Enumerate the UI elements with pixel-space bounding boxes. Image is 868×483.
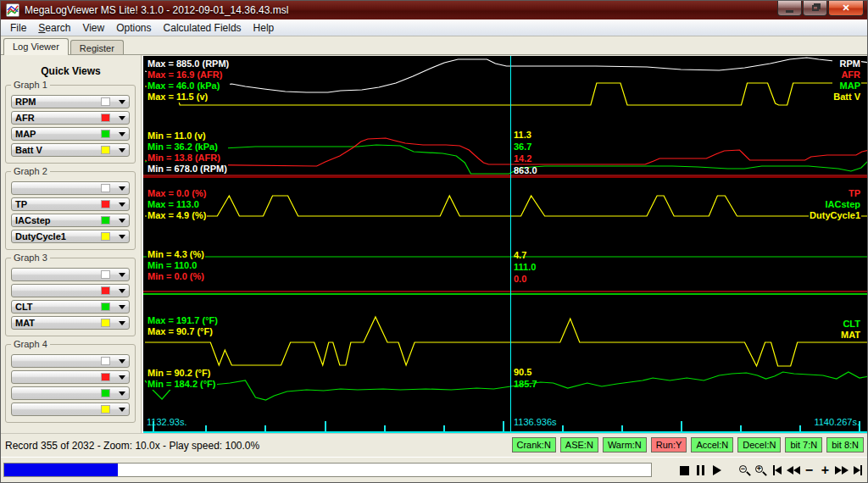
max-label: Max = 113.0 [147, 199, 207, 210]
chevron-down-icon[interactable] [119, 203, 125, 207]
chevron-down-icon[interactable] [119, 321, 125, 325]
max-label: Max = 885.0 (RPM) [147, 58, 230, 69]
fast-forward-icon [835, 466, 842, 475]
graph3-group: Graph 3 CLT MAT [5, 258, 136, 336]
cursor-value: 11.3 [514, 129, 537, 141]
color-swatch [101, 184, 110, 192]
series-label: AFR [832, 69, 861, 80]
graph2-group: Graph 2 TP IACstep DutyCycle1 [5, 171, 136, 250]
series-label: MAP [832, 80, 861, 92]
channel-select-empty[interactable] [11, 370, 130, 384]
channel-select-empty[interactable] [11, 284, 130, 297]
channel-select-empty[interactable] [11, 354, 130, 368]
chevron-down-icon[interactable] [119, 100, 125, 104]
graph-panel-3[interactable]: Max = 191.7 (°F) Max = 90.7 (°F) Min = 9… [143, 295, 868, 415]
max-label: Max = 0.0 (%) [147, 188, 207, 199]
channel-select-empty[interactable] [11, 402, 130, 416]
channel-select-clt[interactable]: CLT [11, 300, 130, 314]
graph1-group-label: Graph 1 [11, 80, 50, 90]
tab-register[interactable]: Register [70, 40, 124, 55]
quick-views-title: Quick Views [1, 65, 141, 77]
menu-options[interactable]: Options [110, 20, 157, 36]
slower-button[interactable]: − [801, 462, 817, 479]
status-badge-run: Run:Y [651, 437, 687, 452]
cursor-value: 36.7 [514, 141, 537, 153]
chevron-down-icon[interactable] [119, 116, 125, 120]
stop-button[interactable] [676, 462, 693, 479]
menu-bar: File Search View Options Calculated Fiel… [1, 19, 868, 36]
chevron-down-icon[interactable] [119, 186, 125, 191]
channel-select-empty[interactable] [11, 181, 130, 195]
graph-panel-2[interactable]: Max = 0.0 (%) Max = 113.0 Max = 4.9 (%) … [143, 178, 868, 293]
chevron-down-icon[interactable] [119, 289, 125, 293]
rewind-button[interactable] [785, 462, 801, 479]
zoom-out-button[interactable]: − [737, 462, 753, 479]
graph1-group: Graph 1 RPM AFR MAP Batt V [5, 85, 136, 164]
playback-progress-bar[interactable] [3, 463, 652, 477]
skip-to-end-button[interactable] [849, 462, 865, 479]
channel-select-dutycycle1[interactable]: DutyCycle1 [11, 230, 130, 243]
chevron-down-icon[interactable] [119, 219, 125, 223]
app-icon [6, 3, 19, 17]
play-button[interactable] [709, 462, 725, 479]
channel-select-empty[interactable] [11, 386, 130, 400]
max-label: Max = 11.5 (v) [147, 92, 230, 103]
graph2-max-labels: Max = 0.0 (%) Max = 113.0 Max = 4.9 (%) [147, 188, 207, 221]
chevron-down-icon[interactable] [119, 273, 125, 277]
faster-button[interactable]: + [817, 462, 833, 479]
restore-button[interactable] [803, 1, 827, 16]
min-label: Min = 11.0 (v) [147, 130, 228, 142]
status-badge-bit7: bit 7:N [785, 437, 822, 452]
channel-select-tp[interactable]: TP [11, 197, 130, 211]
minimize-button[interactable] [777, 1, 802, 16]
channel-label: IACstep [15, 215, 101, 225]
chevron-down-icon[interactable] [119, 391, 125, 396]
channel-select-battv[interactable]: Batt V [11, 143, 130, 157]
series-label: DutyCycle1 [809, 210, 861, 221]
min-label: Min = 678.0 (RPM) [147, 164, 228, 175]
progress-fill [4, 464, 118, 476]
chevron-down-icon[interactable] [119, 235, 125, 239]
menu-help[interactable]: Help [248, 20, 281, 36]
menu-search[interactable]: Search [32, 20, 76, 36]
menu-calculated-fields[interactable]: Calculated Fields [158, 20, 248, 36]
zoom-in-button[interactable]: + [753, 462, 769, 479]
pause-button[interactable] [693, 462, 709, 479]
status-badge-crank: Crank:N [512, 437, 556, 452]
skip-to-start-button[interactable] [769, 462, 785, 479]
channel-select-mat[interactable]: MAT [11, 316, 130, 330]
time-axis[interactable]: 1132.93s. 1136.936s 1140.267s. [143, 415, 868, 431]
zoom-in-icon: + [754, 464, 767, 477]
minimize-icon [786, 10, 793, 13]
close-button[interactable]: ✕ [828, 1, 864, 16]
channel-select-empty[interactable] [11, 268, 130, 281]
playback-cursor-line[interactable] [510, 56, 511, 431]
graph3-cursor-values: 90.5 185.7 [514, 366, 537, 390]
menu-file[interactable]: File [4, 20, 32, 36]
chevron-down-icon[interactable] [119, 408, 125, 412]
tab-log-viewer[interactable]: Log Viewer [3, 38, 69, 55]
channel-select-afr[interactable]: AFR [11, 111, 130, 125]
chevron-down-icon[interactable] [119, 132, 125, 136]
status-badge-ase: ASE:N [560, 437, 598, 452]
color-swatch [101, 130, 110, 138]
time-cursor-label: 1136.936s [514, 417, 557, 427]
graph2-series-labels: TP IACstep DutyCycle1 [809, 188, 861, 221]
graph3-group-label: Graph 3 [11, 253, 50, 263]
channel-select-rpm[interactable]: RPM [11, 95, 130, 108]
chevron-down-icon[interactable] [119, 375, 125, 380]
channel-select-iacstep[interactable]: IACstep [11, 214, 130, 227]
channel-select-map[interactable]: MAP [11, 127, 130, 141]
menu-view[interactable]: View [76, 20, 110, 36]
status-badge-warm: Warm:N [603, 437, 647, 452]
channel-label: DutyCycle1 [15, 231, 101, 242]
channel-label: Batt V [15, 145, 101, 155]
chevron-down-icon[interactable] [119, 305, 125, 309]
chevron-down-icon[interactable] [119, 148, 125, 153]
chevron-down-icon[interactable] [119, 359, 125, 364]
restore-icon [812, 5, 819, 11]
color-swatch [101, 97, 110, 106]
graph2-traces [143, 178, 868, 293]
fast-forward-button[interactable] [833, 462, 849, 479]
graph-panel-1[interactable]: Max = 885.0 (RPM) Max = 16.9 (AFR) Max =… [143, 56, 868, 176]
